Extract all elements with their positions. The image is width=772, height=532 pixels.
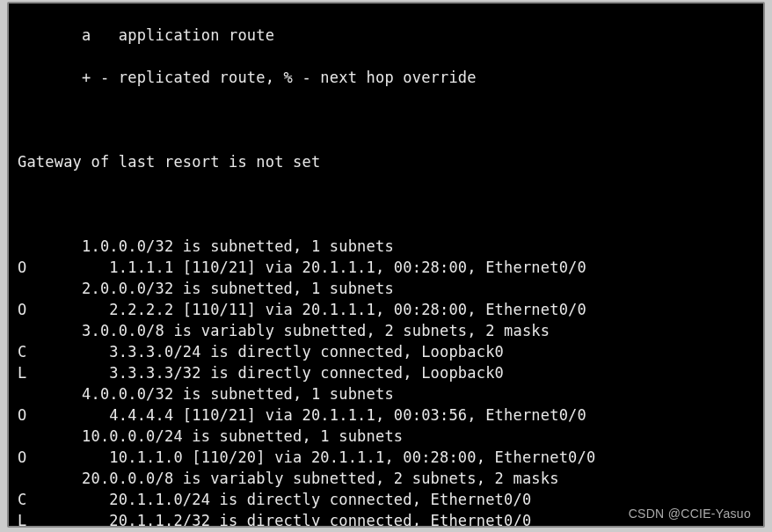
route-line: 2.0.0.0/32 is subnetted, 1 subnets [18, 278, 754, 299]
blank-line [18, 193, 754, 215]
route-line: O 10.1.1.0 [110/20] via 20.1.1.1, 00:28:… [18, 447, 754, 468]
blank-line [18, 109, 754, 130]
route-line: 1.0.0.0/32 is subnetted, 1 subnets [18, 236, 754, 257]
terminal-output[interactable]: a application route + - replicated route… [9, 4, 763, 528]
legend-line-1: a application route [18, 25, 754, 46]
page-wrap: a application route + - replicated route… [0, 0, 772, 532]
route-line: L 3.3.3.3/32 is directly connected, Loop… [18, 362, 754, 383]
route-line: O 1.1.1.1 [110/21] via 20.1.1.1, 00:28:0… [18, 257, 754, 278]
terminal-window: a application route + - replicated route… [7, 2, 765, 528]
route-line: 3.0.0.0/8 is variably subnetted, 2 subne… [18, 320, 754, 341]
route-line: C 3.3.3.0/24 is directly connected, Loop… [18, 341, 754, 362]
route-line: O 4.4.4.4 [110/21] via 20.1.1.1, 00:03:5… [18, 404, 754, 426]
route-line: 4.0.0.0/32 is subnetted, 1 subnets [18, 383, 754, 404]
gateway-line: Gateway of last resort is not set [18, 151, 754, 172]
legend-line-2: + - replicated route, % - next hop overr… [18, 67, 754, 88]
route-line: 10.0.0.0/24 is subnetted, 1 subnets [18, 426, 754, 447]
watermark: CSDN @CCIE-Yasuo [629, 506, 751, 521]
route-line: 20.0.0.0/8 is variably subnetted, 2 subn… [18, 468, 754, 489]
route-line: O 2.2.2.2 [110/11] via 20.1.1.1, 00:28:0… [18, 299, 754, 320]
route-list: 1.0.0.0/32 is subnetted, 1 subnetsO 1.1.… [18, 236, 754, 528]
